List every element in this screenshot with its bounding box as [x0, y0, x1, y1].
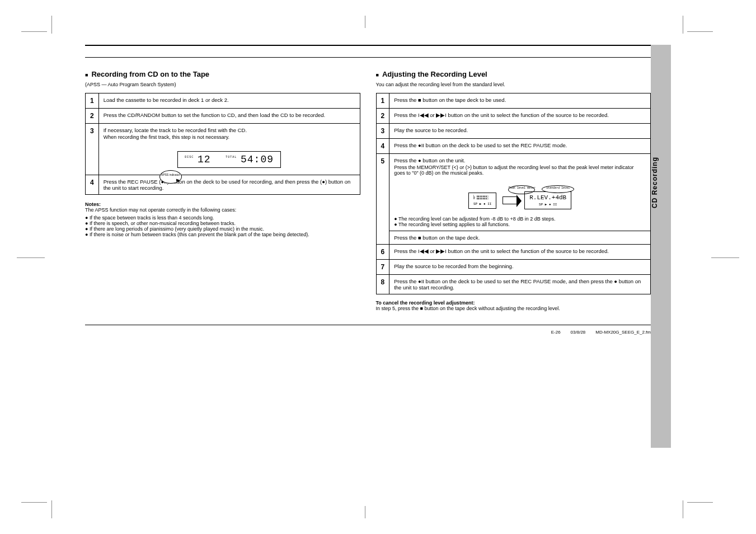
step-text: If necessary, locate the track to be rec… — [104, 127, 355, 133]
note-item: If there is speech, or other non-musical… — [85, 221, 360, 226]
crop-mark — [21, 31, 47, 32]
table-row: 2 Press the CD/RANDOM button to set the … — [86, 109, 360, 124]
crop-mark — [51, 500, 52, 518]
crop-mark — [683, 16, 683, 34]
table-row: 7 Play the source to be recorded from th… — [376, 260, 651, 275]
step-text: Play the source to be recorded. — [389, 124, 651, 139]
table-row: 4 Press the ●II button on the deck to be… — [376, 139, 651, 154]
right-steps-table: 1 Press the ■ button on the tape deck to… — [376, 93, 651, 294]
right-column: ■ Adjusting the Recording Level You can … — [376, 63, 651, 311]
step-number: 4 — [376, 139, 389, 154]
level-meter-graphic: L ▮▮▮▮▮▮▮▯R ▮▮▮▮▮▮▮▯ — [473, 195, 491, 200]
tape-icons: SP ▶ ● II — [529, 202, 566, 207]
rec-level-text: R.LEV.+4dB — [529, 194, 566, 201]
step-subtext: When recording the first track, this ste… — [104, 134, 355, 140]
cancel-text: In step 5, press the ■ button on the tap… — [376, 306, 560, 311]
step-text: Play the source to be recorded from the … — [389, 260, 651, 275]
step-number: 6 — [376, 245, 389, 260]
disc-label: DISC — [185, 156, 194, 159]
step-text: Press the I◀◀ or ▶▶I button on the unit … — [389, 109, 651, 124]
cancel-title: To cancel the recording level adjustment… — [376, 300, 475, 306]
table-row: 8 Press the ●II button on the deck to be… — [376, 275, 651, 294]
top-rule — [85, 45, 651, 46]
right-heading-text: Adjusting the Recording Level — [382, 70, 487, 78]
step-number: 5 — [376, 154, 389, 245]
note-item: If there is noise or hum between tracks … — [85, 232, 360, 237]
crop-mark — [687, 502, 713, 503]
square-bullet-icon: ■ — [85, 72, 88, 78]
arrow-right-icon — [503, 196, 517, 204]
step-number: 1 — [376, 93, 389, 109]
step-text: Press the ■ button on the tape deck. — [389, 231, 651, 245]
table-row: 1 Load the cassette to be recorded in de… — [86, 93, 360, 109]
note-item: If there are long periods of pianissimo … — [85, 226, 360, 232]
table-row: 5 Press the ● button on the unit. Press … — [376, 154, 651, 231]
left-steps-table: 1 Load the cassette to be recorded in de… — [85, 93, 360, 195]
table-row: 4 Press the REC PAUSE (●II) button on th… — [86, 175, 360, 195]
crop-mark — [21, 502, 47, 503]
thin-rule — [85, 57, 651, 58]
time-display: 54:09 — [241, 154, 274, 165]
right-heading: ■ Adjusting the Recording Level — [376, 70, 651, 78]
step-text: Press the I◀◀ or ▶▶I button on the unit … — [389, 245, 651, 260]
crop-mark — [687, 31, 713, 32]
step-number: 4 — [86, 175, 99, 195]
step-number: 1 — [86, 93, 99, 109]
footer: E-26 03/8/28 MD-MX20G_SEEG_E_2.fm — [85, 330, 651, 335]
side-tab: CD Recording — [651, 45, 671, 448]
disc-number: 12 — [198, 154, 211, 165]
lcd-wrap: APSS indicator ⚑ DISC 12 TOTAL 54:09 — [104, 146, 355, 171]
crop-mark — [683, 500, 683, 518]
table-row: Press the ■ button on the tape deck. — [376, 231, 651, 245]
step-number: 3 — [376, 124, 389, 139]
left-heading: ■ Recording from CD on to the Tape — [85, 70, 360, 78]
step-subtext: Press the MEMORY/SET (<) or (>) button t… — [394, 165, 646, 176]
lcd-mini-right: Standard level R.LEV.+4dB SP ▶ ● II — [524, 191, 571, 209]
left-heading-text: Recording from CD on to the Tape — [91, 70, 209, 78]
step-text: Press the CD/RANDOM button to set the fu… — [98, 109, 360, 124]
bottom-rule — [85, 325, 651, 325]
flag-icon: ⚑ — [175, 178, 180, 184]
step-text: Press the ●II button on the deck to be u… — [389, 139, 651, 154]
cancel-block: To cancel the recording level adjustment… — [376, 300, 651, 311]
note-item: The recording level setting applies to a… — [394, 222, 646, 227]
footer-date: 03/8/28 — [571, 330, 586, 335]
transport-icons: ▶ ● II — [480, 202, 492, 206]
left-column: ■ Recording from CD on to the Tape (APSS… — [85, 63, 360, 311]
crop-mark — [711, 257, 739, 258]
note-item: The recording level can be adjusted from… — [394, 216, 646, 222]
crop-mark — [17, 257, 45, 258]
step-text: Press the ● button on the unit. — [394, 157, 646, 163]
lcd-row: Peak level meter L ▮▮▮▮▮▮▮▯R ▮▮▮▮▮▮▮▯ SP… — [394, 181, 646, 214]
table-row: 2 Press the I◀◀ or ▶▶I button on the uni… — [376, 109, 651, 124]
step-text: Press the REC PAUSE (●II) button on the … — [98, 175, 360, 195]
notes-title: Notes: — [85, 202, 101, 207]
footer-file: MD-MX20G_SEEG_E_2.fm — [595, 330, 651, 335]
tape-sp: SP — [539, 203, 543, 207]
step-number: 7 — [376, 260, 389, 275]
step-text: Load the cassette to be recorded in deck… — [98, 93, 360, 109]
step-cell: Press the ● button on the unit. Press th… — [389, 154, 651, 231]
table-row: 3 If necessary, locate the track to be r… — [86, 124, 360, 175]
step-text: Press the ●II button on the deck to be u… — [389, 275, 651, 294]
notes-block: Notes: The APSS function may not operate… — [85, 202, 360, 237]
step-number: 8 — [376, 275, 389, 294]
lcd-display: DISC 12 TOTAL 54:09 — [177, 151, 281, 168]
side-tab-label: CD Recording — [651, 157, 671, 208]
table-row: 1 Press the ■ button on the tape deck to… — [376, 93, 651, 109]
total-label: TOTAL — [226, 156, 237, 159]
standard-level-bubble: Standard level — [542, 185, 574, 193]
step-cell: If necessary, locate the track to be rec… — [98, 124, 360, 175]
right-subheading: You can adjust the recording level from … — [376, 82, 651, 87]
table-row: 3 Play the source to be recorded. — [376, 124, 651, 139]
step-number: 2 — [376, 109, 389, 124]
transport-icons: ▶ ● II — [545, 203, 557, 207]
page-content: CD Recording ■ Recording from CD on to t… — [85, 45, 651, 478]
tape-icons: SP ▶ ● II — [473, 202, 491, 206]
square-bullet-icon: ■ — [376, 72, 379, 78]
step-number: 3 — [86, 124, 99, 175]
page-number: E-26 — [551, 330, 561, 335]
note-text: The APSS function may not operate correc… — [85, 207, 360, 213]
crop-mark — [365, 506, 365, 518]
left-subheading: (APSS — Auto Program Search System) — [85, 82, 360, 87]
